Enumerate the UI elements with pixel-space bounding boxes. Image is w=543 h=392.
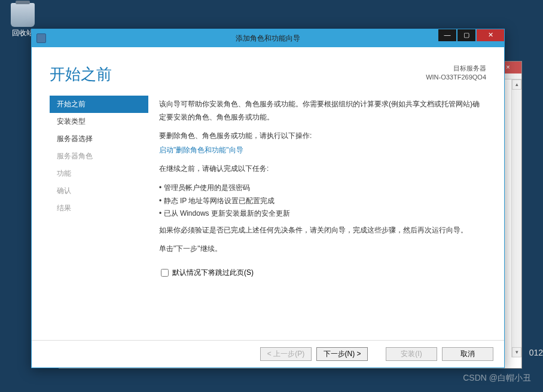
intro-text: 该向导可帮助你安装角色、角色服务或功能。你需要根据组织的计算要求(例如共享文档或… [159, 98, 486, 124]
close-button[interactable]: ✕ [477, 29, 504, 41]
add-roles-wizard-dialog: 添加角色和功能向导 — ▢ ✕ 开始之前 目标服务器 WIN-O33TF269Q… [31, 29, 505, 368]
wizard-content-row: 开始之前 安装类型 服务器选择 服务器角色 功能 确认 结果 该向导可帮助你安装… [32, 96, 504, 262]
sidebar-item-install-type[interactable]: 安装类型 [50, 113, 148, 130]
scroll-up-button[interactable]: ▴ [512, 79, 521, 90]
skip-page-label: 默认情况下将跳过此页(S) [172, 268, 254, 278]
window-controls: — ▢ ✕ [437, 29, 504, 41]
minimize-button[interactable]: — [438, 29, 456, 41]
wizard-footer: < 上一步(P) 下一步(N) > 安装(I) 取消 [32, 340, 504, 368]
recycle-bin-icon [11, 3, 35, 27]
skip-page-row: 默认情况下将跳过此页(S) [32, 262, 504, 278]
cancel-button[interactable]: 取消 [442, 347, 493, 361]
continue-note: 单击"下一步"继续。 [159, 243, 486, 256]
page-title: 开始之前 [50, 64, 112, 85]
sidebar-item-before-begin[interactable]: 开始之前 [50, 96, 148, 113]
install-button: 安装(I) [386, 347, 437, 361]
previous-button: < 上一步(P) [260, 347, 312, 361]
task-static-ip: 静态 IP 地址等网络设置已配置完成 [159, 195, 486, 208]
target-server-info: 目标服务器 WIN-O33TF269QO4 [426, 64, 486, 82]
watermark: CSDN @白帽小丑 [463, 373, 531, 384]
target-label: 目标服务器 [426, 64, 486, 73]
next-button[interactable]: 下一步(N) > [316, 347, 368, 361]
verify-note: 如果你必须验证是否已完成上述任何先决条件，请关闭向导，完成这些步骤，然后再次运行… [159, 224, 486, 237]
wizard-header: 开始之前 目标服务器 WIN-O33TF269QO4 [32, 47, 504, 96]
sidebar-item-results: 结果 [50, 200, 148, 217]
clock-fragment: 012 [529, 348, 543, 357]
sidebar-item-features: 功能 [50, 165, 148, 182]
wizard-titlebar[interactable]: 添加角色和功能向导 — ▢ ✕ [32, 29, 504, 47]
sidebar-item-server-selection[interactable]: 服务器选择 [50, 130, 148, 148]
maximize-button[interactable]: ▢ [457, 29, 475, 41]
target-server-name: WIN-O33TF269QO4 [426, 73, 486, 82]
sidebar-item-server-roles: 服务器角色 [50, 148, 148, 165]
background-scrollbar[interactable]: ▴ ▾ [511, 79, 521, 357]
sidebar-item-confirm: 确认 [50, 182, 148, 200]
scroll-down-button[interactable]: ▾ [512, 347, 521, 357]
remove-prompt: 要删除角色、角色服务或功能，请执行以下操作: [159, 130, 486, 143]
wizard-app-icon [36, 33, 46, 43]
task-strong-password: 管理员帐户使用的是强密码 [159, 182, 486, 195]
wizard-sidebar: 开始之前 安装类型 服务器选择 服务器角色 功能 确认 结果 [50, 96, 148, 262]
skip-page-checkbox[interactable] [161, 269, 169, 277]
wizard-title: 添加角色和功能向导 [236, 33, 300, 44]
tasks-list: 管理员帐户使用的是强密码 静态 IP 地址等网络设置已配置完成 已从 Windo… [159, 182, 486, 220]
tasks-prompt: 在继续之前，请确认完成以下任务: [159, 163, 486, 176]
remove-roles-link[interactable]: 启动"删除角色和功能"向导 [159, 144, 486, 157]
task-windows-update: 已从 Windows 更新安装最新的安全更新 [159, 207, 486, 220]
wizard-main-content: 该向导可帮助你安装角色、角色服务或功能。你需要根据组织的计算要求(例如共享文档或… [148, 96, 486, 262]
